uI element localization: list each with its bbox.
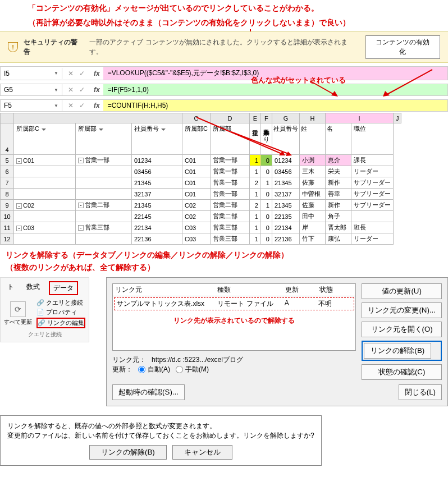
btn-change-source[interactable]: リンク元の変更(N)...: [362, 302, 442, 318]
table-row[interactable]: 11 -C03-営業三部22134 C03営業三部 1 0 22134 岸 晋太…: [1, 222, 401, 233]
name-box[interactable]: F5: [1, 100, 62, 111]
enable-content-button[interactable]: コンテンツの有効化: [365, 35, 441, 59]
btn-update-values[interactable]: 値の更新(U): [362, 283, 442, 299]
btn-open-source[interactable]: リンク元を開く(O): [362, 322, 442, 337]
table-row[interactable]: 5 -C01-営業一部01234 C01営業一部 1 0 01234 小渕 恵介…: [1, 155, 401, 166]
src-value: https://d.c :5223.../excelブログ: [152, 355, 243, 365]
hdr-r-i1: 姓: [299, 123, 325, 155]
btn-check-status[interactable]: 状態の確認(C): [362, 364, 442, 380]
msgbox-line1: リンクを解除すると、既存の値への外部参照と数式が変更されます。: [7, 421, 314, 431]
break-link-title: リンクを解除する（データタブ／リンクの編集／リンクの解除／リンクの解除）: [0, 245, 448, 262]
msgbox-cancel[interactable]: キャンセル: [172, 445, 232, 460]
table-row[interactable]: 9 -C02-営業二部21345 C02営業二部 2 1 21345 佐藤 新作…: [1, 200, 401, 211]
col-status: 状態: [319, 285, 354, 295]
hdr-r-d: 所属部: [210, 123, 249, 155]
btn-close[interactable]: 閉じる(L): [399, 384, 442, 400]
hdr-left-d: 所属部: [76, 123, 132, 155]
ribbon-tab-home[interactable]: ト: [4, 281, 17, 295]
ribbon-section: ト 数式 データ ⟳ すべて更新 🔗 クエリと接続 📄 プロパティ 🔗 リンクの…: [0, 277, 89, 342]
ribbon-tab-data[interactable]: データ: [49, 281, 78, 295]
formula-content[interactable]: =COUNTIF(H:H,H5): [103, 100, 447, 111]
hdr-r-g: 人事異動あり: [260, 123, 272, 155]
msgbox-ok[interactable]: リンクの解除(B): [89, 445, 167, 460]
src-label: リンク元：: [112, 355, 146, 365]
ribbon-query-conn[interactable]: 🔗 クエリと接続: [36, 299, 85, 307]
col-type: 種類: [217, 285, 285, 295]
table-row[interactable]: 10 22145 C02営業二部 1 0 22135 田中 角子: [1, 211, 401, 222]
hdr-r-c: 所属部C: [182, 123, 211, 155]
formula-bar-I5[interactable]: I5 ✕✓ fx =VLOOKUP(($C5&"-"&$E5),元データ!$B:…: [0, 66, 448, 80]
table-row[interactable]: 7 21345 C01営業一部 2 1 21345 佐藤 新作 サブリーダー: [1, 177, 401, 189]
table-row[interactable]: 6 03456 C01営業一部 1 0 03456 三木 栄夫 リーダー: [1, 166, 401, 177]
security-warning-bar: ! セキュリティの警告 一部のアクティブ コンテンツが無効にされました。クリック…: [0, 31, 448, 63]
shield-icon: !: [8, 42, 18, 52]
name-box[interactable]: G5: [1, 84, 62, 95]
ribbon-edit-links[interactable]: 🔗 リンクの編集: [36, 318, 85, 328]
hdr-r-h: 社員番号: [272, 123, 299, 155]
hdr-left-c: 所属部C: [14, 123, 76, 155]
hdr-r-f: 重複: [249, 123, 260, 155]
ribbon-group-label: クエリと接続: [4, 331, 85, 338]
formula-bar-G5[interactable]: G5 ✕✓ fx =IF(F5>1,1,0): [0, 84, 448, 96]
annotation-line2: （再計算が必要な時以外はそのまま（コンテンツの有効化をクリックしないまま）で良い…: [0, 15, 448, 29]
col-source: リンク元: [115, 285, 217, 295]
fx-icon[interactable]: fx: [90, 86, 103, 94]
col-update: 更新: [285, 285, 319, 295]
table-row[interactable]: 12 22136 C03営業三部 1 0 22136 竹下 康弘 リーダー: [1, 233, 401, 245]
security-message: 一部のアクティブ コンテンツが無効にされました。クリックすると詳細が表示されます…: [89, 38, 359, 57]
ribbon-tab-formula[interactable]: 数式: [23, 281, 43, 295]
refresh-all-button[interactable]: ⟳ すべて更新: [4, 301, 32, 326]
hdr-left-e: 社員番号: [132, 123, 182, 155]
link-list-row[interactable]: サンプルマトリックス表.xlsx リモート ファイル A 不明: [114, 297, 354, 310]
formula-note: 色んな式がセットされている: [251, 75, 346, 85]
upd-label: 更新：: [112, 365, 132, 374]
msgbox-line2: 変更前のファイルは、新しい名前を付けて保存しておくことをお勧めします。リンクを解…: [7, 431, 314, 441]
formula-bar-F5[interactable]: F5 ✕✓ fx =COUNTIF(H:H,H5): [0, 99, 448, 112]
annotation-line1: 「コンテンツの有効化」メッセージが出ているのでリンクしていることがわかる。: [0, 0, 448, 15]
cancel-icon[interactable]: ✕: [68, 102, 74, 109]
formula-content[interactable]: =IF(F5>1,1,0): [103, 84, 447, 95]
hdr-r-i2: 名: [325, 123, 351, 155]
radio-auto[interactable]: 自動(A): [138, 365, 170, 374]
fx-icon[interactable]: fx: [90, 102, 103, 109]
fx-icon[interactable]: fx: [90, 70, 103, 77]
hdr-r-j: 職位: [351, 123, 393, 155]
refresh-icon: ⟳: [10, 301, 26, 317]
cancel-icon[interactable]: ✕: [68, 70, 74, 77]
table-row[interactable]: 8 32137 C01営業一部 1 0 32137 中曽根 善幸 サブリーダー: [1, 189, 401, 200]
cancel-icon[interactable]: ✕: [68, 86, 74, 94]
security-title: セキュリティの警告: [24, 38, 84, 57]
name-box[interactable]: I5: [1, 68, 62, 79]
enter-icon[interactable]: ✓: [79, 70, 85, 77]
radio-manual[interactable]: 手動(M): [176, 365, 209, 374]
link-list[interactable]: リンク元 種類 更新 状態 サンプルマトリックス表.xlsx リモート ファイル…: [112, 283, 356, 351]
enter-icon[interactable]: ✓: [79, 102, 85, 109]
spreadsheet[interactable]: CDEFGHIJ 4 所属部C 所属部 社員番号 所属部C 所属部 重複 人事異…: [0, 113, 401, 245]
link-list-note: リンク先が表示されているので解除する: [113, 311, 355, 325]
edit-links-dialog: リンク元 種類 更新 状態 サンプルマトリックス表.xlsx リモート ファイル…: [106, 277, 448, 406]
ribbon-properties[interactable]: 📄 プロパティ: [36, 308, 85, 317]
break-link-sub: （複数のリンクがあれば、全て解除する）: [0, 262, 448, 274]
btn-break-link[interactable]: リンクの解除(B): [364, 343, 431, 359]
confirm-msgbox: リンクを解除すると、既存の値への外部参照と数式が変更されます。 変更前のファイル…: [0, 415, 322, 466]
enter-icon[interactable]: ✓: [79, 86, 85, 94]
btn-startup-prompt[interactable]: 起動時の確認(S)...: [112, 384, 185, 400]
